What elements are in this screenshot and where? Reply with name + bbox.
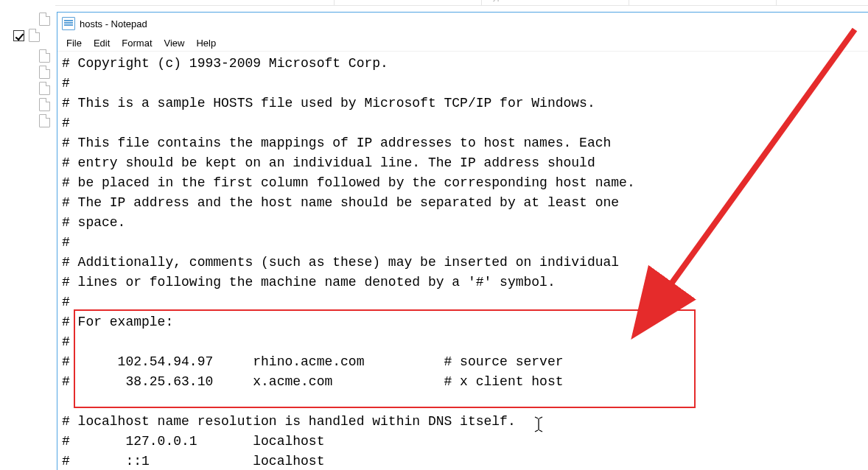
checkbox-icon[interactable] — [13, 30, 24, 41]
explorer-selected-row[interactable] — [13, 27, 40, 43]
file-icon[interactable] — [39, 114, 50, 127]
explorer-header: Name Date modified Type Size — [0, 0, 868, 6]
file-icon[interactable] — [29, 29, 40, 42]
explorer-left-strip — [0, 5, 55, 470]
notepad-icon — [62, 17, 75, 30]
file-icon[interactable] — [39, 13, 50, 26]
text-area[interactable]: # Copyright (c) 1993-2009 Microsoft Corp… — [57, 52, 868, 470]
file-icon[interactable] — [39, 66, 50, 79]
explorer-col-date[interactable]: Date modified — [335, 0, 482, 6]
file-icon[interactable] — [39, 82, 50, 95]
title-bar[interactable]: hosts - Notepad — [57, 13, 868, 35]
file-icon[interactable] — [39, 49, 50, 63]
explorer-col-type[interactable]: Type — [482, 0, 629, 6]
notepad-window: hosts - Notepad File Edit Format View He… — [57, 12, 868, 470]
menu-view[interactable]: View — [158, 36, 191, 50]
menu-help[interactable]: Help — [190, 36, 222, 50]
menu-file[interactable]: File — [60, 36, 88, 50]
window-title: hosts - Notepad — [80, 18, 147, 29]
menu-format[interactable]: Format — [116, 36, 158, 50]
explorer-col-size[interactable]: Size — [629, 0, 777, 6]
file-icon[interactable] — [39, 98, 50, 111]
menu-bar: File Edit Format View Help — [57, 35, 868, 52]
menu-edit[interactable]: Edit — [88, 36, 116, 50]
